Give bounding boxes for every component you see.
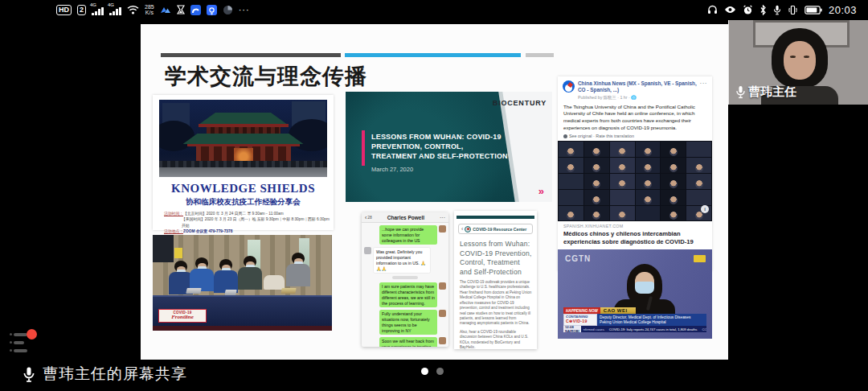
zoom-participant-tile: [661, 174, 686, 189]
zoom-participant-tile: [584, 190, 609, 205]
message-list-button[interactable]: [10, 331, 37, 357]
avatar: [439, 225, 446, 233]
headset-icon: [707, 5, 718, 14]
avatar: [439, 282, 446, 290]
channel-badge-icon: [694, 255, 706, 262]
page-indicator: [421, 368, 444, 375]
pumc-building-photo: [159, 100, 327, 177]
zoom-participant-tile: [661, 206, 686, 221]
info-icon: i: [701, 205, 709, 213]
mic-icon: [735, 85, 746, 99]
news-ticker: 12:08 NAIROBI nfirmed cases COVID-19: It…: [563, 326, 706, 332]
chat-back-icon: ‹: [365, 215, 366, 220]
status-bar: HD 2 4G 4G 285K/s: [0, 0, 868, 19]
zoom-participant-tile: [686, 190, 711, 205]
share-caption-label: 曹玮主任的屏幕共享: [43, 364, 187, 385]
webcam-tile[interactable]: 曹玮主任: [728, 20, 868, 105]
cgtn-lower-third: HAPPENING NOW CAO WEI CONTAINING C⊕VID-1…: [558, 307, 712, 332]
translate-icon: [563, 134, 567, 138]
resource-logo-icon: [465, 226, 471, 233]
zoom-participant-tile: [686, 158, 711, 173]
zoom-participant-tile: [661, 142, 686, 157]
mic-icon: [23, 366, 35, 383]
chat-message: Fully understand your situations now, fo…: [364, 310, 446, 335]
chat-message: Was great. Definitely you provided impor…: [364, 247, 446, 274]
zoom-participant-tile: [610, 206, 635, 221]
browser-app-icon: [190, 5, 201, 15]
knowledge-shields-poster: KNOWLEDGE SHIELDS 协和临床校友抗疫工作经验分享会 活动时间：【…: [153, 95, 334, 230]
slide-title: 学术交流与理念传播: [165, 62, 367, 91]
network-speed: 285K/s: [145, 4, 154, 15]
xinhua-post-body: The Tsinghua University of China and the…: [558, 102, 712, 132]
xinhua-page-name: China Xinhua News (MX - Spanish, VE - Sp…: [578, 80, 698, 94]
chat-timestamp: [392, 276, 418, 279]
alarm-icon: [743, 5, 753, 15]
zoom-participant-tile: [636, 190, 661, 205]
zoom-participant-tile: [559, 158, 583, 173]
avatar: [439, 337, 446, 344]
title-accent-bar-blue: [345, 53, 521, 57]
more-notifications-icon: ···: [239, 5, 250, 14]
zoom-participant-tile: [584, 174, 609, 189]
battery-icon: [805, 6, 822, 14]
resource-center-card: ‹ COVID-19 Resource Center Lessons from …: [454, 211, 537, 349]
xinhua-translation-row: See original · Rate this translation: [558, 131, 712, 141]
zoom-participant-tile: [686, 174, 711, 189]
zoom-participant-tile: [661, 190, 686, 205]
zoom-participant-tile: [584, 142, 609, 157]
zoom-participant-tile: [559, 190, 583, 205]
signal-icon-sim1: 4G: [92, 4, 104, 15]
resource-body: The COVID-19 outbreak provides a unique …: [460, 280, 532, 349]
zoom-participant-tile: [636, 158, 661, 173]
wechat-screenshot: ‹ 28 Charles Powell ··· ...hope we can p…: [362, 212, 448, 347]
data-usage-icon: [223, 5, 233, 15]
poster-title: KNOWLEDGE SHIELDS: [153, 182, 334, 196]
vibrate-icon: [788, 5, 798, 15]
biocentury-next-chevron: »: [538, 185, 544, 197]
poster-subtitle: 协和临床校友抗疫工作经验分享会: [153, 197, 334, 208]
zoom-participant-tile: [686, 142, 711, 157]
zoom-participant-tile: [584, 206, 609, 221]
resource-title: Lessons from Wuhan: COVID-19 Prevention,…: [460, 240, 532, 277]
frontline-logo: COVID-19 Frontline: [158, 309, 207, 323]
hd-voice-icon: HD: [56, 5, 72, 15]
biocentury-accent-bar: [362, 130, 365, 166]
sim2-icon: 2: [77, 5, 86, 15]
zoom-participant-tile: [559, 174, 583, 189]
chat-menu-icon: ···: [440, 215, 445, 220]
zoom-participant-tile: [559, 142, 583, 157]
hourglass-icon: [177, 5, 185, 15]
weather-app-icon: [160, 6, 171, 14]
poster-meta: 活动时间：【北京时间】2020 年 3 月 24 日周二 早 9:30am－11…: [164, 211, 334, 235]
biocentury-brand: BIOCENTURY: [493, 99, 547, 107]
zoom-participant-tile: [661, 158, 686, 173]
speaker-name-bar: CAO WEI: [600, 307, 636, 314]
biocentury-title: LESSONS FROM WUHAN: COVID-19 PREVENTION,…: [371, 132, 508, 161]
status-bar-left: HD 2 4G 4G 285K/s: [56, 0, 250, 19]
xinhua-logo-avatar: [563, 80, 575, 93]
signal-icon-sim2: 4G: [109, 4, 121, 15]
zoom-participant-tile: [636, 142, 661, 157]
bluetooth-icon: [760, 5, 767, 15]
resource-top-bar: [457, 216, 534, 219]
biocentury-date: March 27, 2020: [371, 166, 413, 173]
xinhua-post-header: China Xinhua News (MX - Spanish, VE - Sp…: [558, 76, 712, 102]
chat-header: ‹ 28 Charles Powell ···: [362, 212, 448, 223]
xinhua-headline: Médicos chinos y chilenos intercambian e…: [563, 230, 706, 246]
page-dot-active: [421, 368, 428, 375]
participant-name-badge: 曹玮主任: [735, 84, 796, 100]
status-bar-right: 20:03: [707, 0, 857, 19]
containing-covid-logo: CONTAINING C⊕VID-19: [563, 314, 597, 326]
avatar: [364, 247, 371, 254]
zoom-participant-tile: [610, 142, 635, 157]
chat-message: I am sure patients may have different ch…: [364, 282, 446, 307]
speaker-title-bar: Deputy Director, Medical Dept. of Infect…: [597, 314, 706, 326]
cgtn-watermark: CGTN: [565, 254, 591, 263]
microphone-status-icon: [773, 5, 781, 15]
zoom-participant-tile: [559, 206, 583, 221]
meeting-screen-share-view: HD 2 4G 4G 285K/s: [0, 0, 868, 391]
page-dot-inactive: [436, 368, 444, 375]
post-menu-icon: ···: [700, 80, 708, 87]
zoom-participant-tile: [584, 158, 609, 173]
wifi-icon: [127, 5, 139, 14]
